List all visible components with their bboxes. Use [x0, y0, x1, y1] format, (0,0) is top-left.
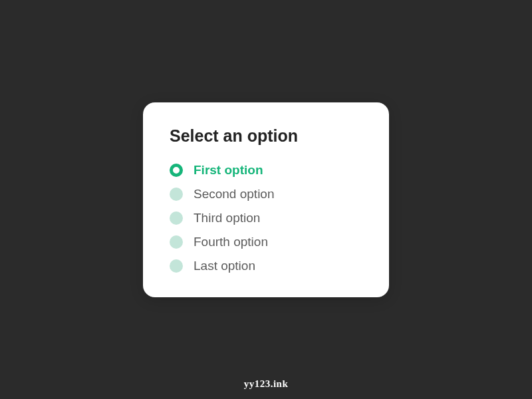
option-card: Select an option First option Second opt…: [143, 102, 389, 297]
option-label: Fourth option: [194, 235, 268, 249]
option-item-last[interactable]: Last option: [170, 259, 362, 273]
option-label: Third option: [194, 211, 260, 225]
radio-unselected-icon: [170, 235, 183, 249]
option-label: Second option: [194, 187, 275, 201]
radio-unselected-icon: [170, 188, 183, 201]
radio-unselected-icon: [170, 211, 183, 225]
option-list: First option Second option Third option …: [170, 163, 362, 273]
option-label: First option: [194, 163, 263, 178]
radio-selected-icon: [170, 164, 183, 177]
option-item-third[interactable]: Third option: [170, 211, 362, 225]
option-item-second[interactable]: Second option: [170, 187, 362, 201]
radio-unselected-icon: [170, 259, 183, 273]
option-label: Last option: [194, 259, 255, 273]
card-title: Select an option: [170, 126, 362, 146]
option-item-first[interactable]: First option: [170, 163, 362, 178]
option-item-fourth[interactable]: Fourth option: [170, 235, 362, 249]
watermark: yy123.ink: [244, 378, 289, 390]
